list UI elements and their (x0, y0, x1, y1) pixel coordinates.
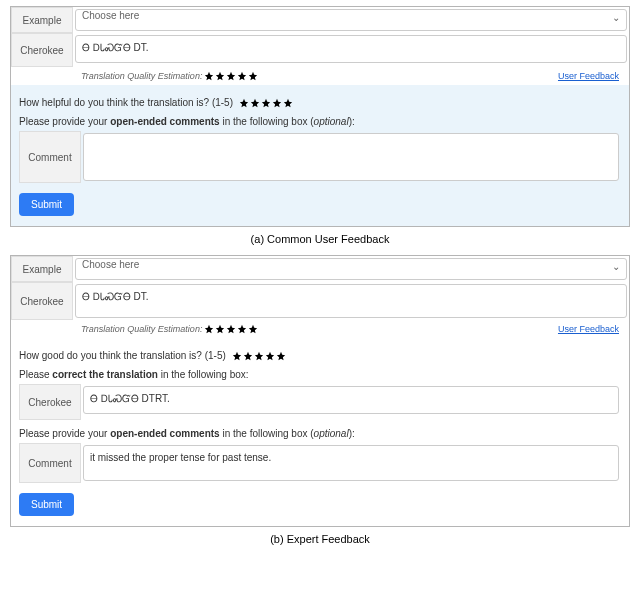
quality-stars (204, 324, 258, 334)
cherokee-label: Cherokee (11, 282, 73, 320)
star-icon (237, 71, 247, 81)
expert-feedback-panel: Example Choose here Cherokee Ꮎ ᎠᏓᏍᏳᎾ DT.… (10, 255, 630, 527)
star-icon (226, 324, 236, 334)
caption-a: (a) Common User Feedback (0, 233, 640, 245)
correct-prompt: Please correct the translation in the fo… (19, 369, 621, 380)
caption-b: (b) Expert Feedback (0, 533, 640, 545)
good-question: How good do you think the translation is… (19, 350, 621, 361)
star-icon[interactable] (261, 98, 271, 108)
star-icon (215, 71, 225, 81)
star-icon (248, 71, 258, 81)
star-icon (226, 71, 236, 81)
comments-prompt: Please provide your open-ended comments … (19, 428, 621, 439)
expert-feedback-area: How good do you think the translation is… (11, 338, 629, 526)
star-icon[interactable] (239, 98, 249, 108)
common-feedback-panel: Example Choose here Cherokee Ꮎ ᎠᏓᏍᏳᎾ DT.… (10, 6, 630, 227)
star-icon (204, 71, 214, 81)
example-label: Example (11, 256, 73, 282)
star-icon (248, 324, 258, 334)
star-icon (237, 324, 247, 334)
quality-stars (204, 71, 258, 81)
submit-button[interactable]: Submit (19, 493, 74, 516)
star-icon[interactable] (250, 98, 260, 108)
quality-estimation-row: Translation Quality Estimation: User Fee… (11, 67, 629, 85)
example-select[interactable]: Choose here (75, 9, 627, 31)
common-feedback-area: How helpful do you think the translation… (11, 85, 629, 226)
submit-button[interactable]: Submit (19, 193, 74, 216)
star-icon[interactable] (276, 351, 286, 361)
user-feedback-link[interactable]: User Feedback (558, 324, 619, 334)
helpful-stars[interactable] (239, 98, 293, 108)
correction-input[interactable]: Ꮎ ᎠᏓᏍᏳᎾ DTRT. (83, 386, 619, 414)
quality-estimation-row: Translation Quality Estimation: User Fee… (11, 320, 629, 338)
star-icon[interactable] (254, 351, 264, 361)
comment-label: Comment (19, 443, 81, 483)
cherokee-label: Cherokee (19, 384, 81, 420)
cherokee-label: Cherokee (11, 33, 73, 67)
comments-prompt: Please provide your open-ended comments … (19, 116, 621, 127)
cherokee-output: Ꮎ ᎠᏓᏍᏳᎾ DT. (75, 284, 627, 318)
example-select[interactable]: Choose here (75, 258, 627, 280)
star-icon[interactable] (265, 351, 275, 361)
star-icon[interactable] (283, 98, 293, 108)
comment-input[interactable]: it missed the proper tense for past tens… (83, 445, 619, 481)
example-label: Example (11, 7, 73, 33)
star-icon (204, 324, 214, 334)
comment-input[interactable] (83, 133, 619, 181)
comment-label: Comment (19, 131, 81, 183)
cherokee-output: Ꮎ ᎠᏓᏍᏳᎾ DT. (75, 35, 627, 63)
helpful-question: How helpful do you think the translation… (19, 97, 621, 108)
user-feedback-link[interactable]: User Feedback (558, 71, 619, 81)
star-icon[interactable] (243, 351, 253, 361)
star-icon (215, 324, 225, 334)
star-icon[interactable] (232, 351, 242, 361)
star-icon[interactable] (272, 98, 282, 108)
good-stars[interactable] (232, 351, 286, 361)
